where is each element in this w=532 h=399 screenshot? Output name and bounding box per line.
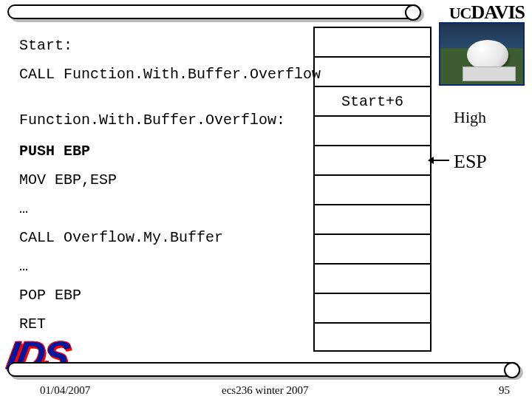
code-line-push: PUSH EBP bbox=[19, 143, 90, 160]
code-line-ellipsis2: … bbox=[19, 258, 28, 275]
stack-cell bbox=[315, 115, 430, 145]
bottom-bar-knob-icon bbox=[504, 362, 520, 378]
code-line-call1: CALL Function.With.Buffer.Overflow bbox=[19, 66, 321, 83]
footer-date: 01/04/2007 bbox=[40, 384, 90, 397]
code-line-pop: POP EBP bbox=[19, 287, 81, 304]
stack-cell-text: Start+6 bbox=[315, 87, 430, 117]
stack-cell bbox=[315, 56, 430, 86]
stack-cell bbox=[315, 322, 430, 352]
footer-page: 95 bbox=[499, 384, 510, 397]
ucdavis-logo: UCDAVIS bbox=[449, 1, 525, 24]
stack-cell bbox=[315, 293, 430, 322]
stack-cell bbox=[315, 263, 430, 293]
stack-cell bbox=[315, 204, 430, 233]
bottom-bar bbox=[7, 362, 520, 377]
ucdavis-uc: UC bbox=[449, 4, 471, 22]
code-line-call2: CALL Overflow.My.Buffer bbox=[19, 229, 223, 246]
top-bar-knob-icon bbox=[405, 4, 421, 21]
ucdavis-davis: DAVIS bbox=[471, 1, 525, 23]
label-esp: ESP bbox=[454, 151, 487, 173]
top-bar bbox=[7, 4, 421, 19]
code-line-mov: MOV EBP,ESP bbox=[19, 171, 117, 188]
stack-cell bbox=[315, 174, 430, 204]
memory-stack: Start+6 bbox=[313, 27, 432, 352]
code-line-ret: RET bbox=[19, 316, 46, 332]
stack-cell bbox=[315, 233, 430, 263]
stack-cell bbox=[315, 145, 430, 174]
egg-sculpture-icon bbox=[467, 40, 508, 69]
code-line-ellipsis1: … bbox=[19, 200, 28, 217]
stack-cell bbox=[315, 27, 430, 56]
esp-arrow-icon bbox=[433, 160, 449, 161]
pedestal-icon bbox=[463, 66, 516, 81]
code-line-fnlabel: Function.With.Buffer.Overflow: bbox=[19, 112, 285, 129]
campus-photo bbox=[439, 22, 525, 86]
stack-cell: Start+6 bbox=[315, 86, 430, 115]
label-high: High bbox=[454, 108, 486, 127]
code-line-start: Start: bbox=[19, 37, 72, 54]
footer-course: ecs236 winter 2007 bbox=[222, 384, 308, 397]
